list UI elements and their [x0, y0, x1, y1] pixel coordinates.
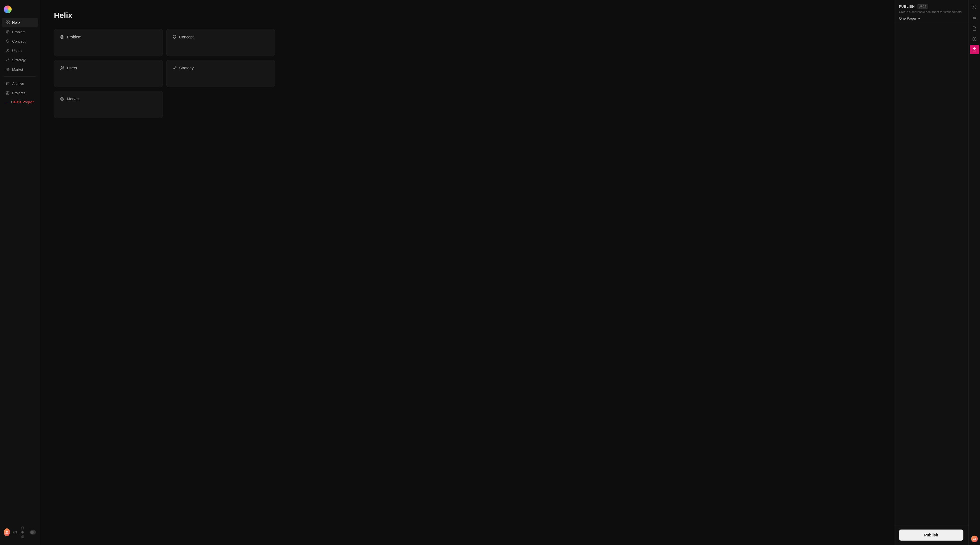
projects-nav-icon — [6, 91, 10, 95]
card-problem-header: Problem — [60, 35, 157, 40]
page-title: Helix — [54, 11, 880, 20]
publish-title: PUBLISH — [899, 5, 915, 9]
sidebar-item-problem-label: Problem — [12, 30, 25, 34]
sidebar-item-strategy-label: Strategy — [12, 58, 25, 62]
delete-icon — [6, 100, 9, 104]
transfer-icon-btn[interactable] — [970, 13, 979, 23]
sidebar: Helix Problem — [0, 0, 40, 545]
svg-rect-19 — [8, 92, 10, 92]
svg-rect-21 — [6, 94, 8, 95]
market-nav-icon — [6, 67, 10, 72]
sidebar-item-users-label: Users — [12, 49, 22, 53]
svg-point-25 — [62, 37, 63, 38]
svg-point-23 — [6, 531, 8, 532]
card-strategy[interactable]: Strategy — [166, 60, 275, 87]
svg-point-34 — [61, 97, 63, 101]
cards-grid: Problem Concept — [54, 29, 275, 118]
sidebar-nav: Helix Problem — [0, 18, 40, 523]
sidebar-item-concept-label: Concept — [12, 39, 25, 43]
sidebar-item-strategy[interactable]: Strategy — [2, 56, 38, 64]
sidebar-item-archive-label: Archive — [12, 81, 24, 86]
svg-rect-18 — [6, 92, 8, 93]
compass-icon-btn[interactable] — [970, 34, 979, 44]
svg-point-14 — [7, 68, 9, 71]
card-market-title: Market — [67, 97, 79, 101]
panel-footer: Publish — [894, 525, 968, 545]
svg-rect-16 — [6, 83, 10, 83]
panel-body — [894, 24, 968, 525]
card-concept-header: Concept — [172, 35, 269, 40]
concept-card-icon — [172, 35, 177, 40]
svg-rect-0 — [6, 21, 8, 22]
card-market[interactable]: Market — [54, 91, 163, 118]
card-problem-title: Problem — [67, 35, 81, 39]
svg-point-31 — [61, 67, 62, 68]
sidebar-item-helix[interactable]: Helix — [2, 18, 38, 27]
card-strategy-title: Strategy — [179, 66, 194, 70]
app-logo — [0, 3, 40, 18]
sidebar-item-projects[interactable]: Projects — [2, 89, 38, 97]
delete-project-button[interactable]: Delete Project — [2, 98, 38, 106]
svg-point-33 — [60, 98, 64, 100]
svg-point-32 — [63, 67, 64, 68]
svg-point-36 — [972, 37, 976, 41]
archive-nav-icon — [6, 81, 10, 86]
document-icon-btn[interactable] — [970, 24, 979, 33]
card-concept-title: Concept — [179, 35, 194, 39]
sidebar-item-archive[interactable]: Archive — [2, 79, 38, 88]
sidebar-item-helix-label: Helix — [12, 21, 20, 25]
sidebar-footer: EN | 日本語 — [0, 523, 40, 542]
publish-title-row: PUBLISH v0.0.1 — [899, 5, 963, 9]
lang-en[interactable]: EN — [13, 531, 17, 534]
strategy-card-icon — [172, 65, 177, 70]
template-label: One Pager — [899, 16, 916, 21]
svg-rect-20 — [8, 93, 10, 95]
delete-project-label: Delete Project — [11, 100, 34, 104]
svg-rect-1 — [8, 21, 10, 22]
concept-nav-icon — [6, 39, 10, 43]
svg-point-5 — [7, 31, 8, 32]
logo-circle — [4, 6, 12, 13]
user-avatar[interactable] — [4, 528, 10, 536]
right-section: PUBLISH v0.0.1 Create a shareable docume… — [894, 0, 980, 545]
svg-point-12 — [8, 49, 9, 50]
right-panel: PUBLISH v0.0.1 Create a shareable docume… — [894, 0, 968, 545]
svg-point-11 — [7, 49, 8, 51]
sidebar-item-users[interactable]: Users — [2, 46, 38, 55]
language-toggle: EN | 日本語 — [13, 526, 26, 539]
problem-nav-icon — [6, 30, 10, 34]
users-nav-icon — [6, 48, 10, 53]
sidebar-item-problem[interactable]: Problem — [2, 27, 38, 36]
lang-jp[interactable]: 日本語 — [21, 526, 26, 539]
sidebar-item-concept[interactable]: Concept — [2, 37, 38, 46]
expand-icon-btn[interactable] — [970, 3, 979, 12]
svg-point-35 — [62, 99, 63, 100]
share-icon-btn[interactable] — [970, 45, 979, 54]
version-badge: v0.0.1 — [917, 5, 928, 9]
market-card-icon — [60, 97, 65, 102]
card-problem[interactable]: Problem — [54, 29, 163, 56]
card-users[interactable]: Users — [54, 60, 163, 87]
template-selector[interactable]: One Pager — [899, 16, 963, 21]
theme-toggle[interactable] — [30, 530, 36, 534]
problem-card-icon — [60, 35, 65, 40]
publish-button[interactable]: Publish — [899, 529, 963, 540]
rail-user-avatar[interactable]: Ea — [971, 535, 978, 542]
chevron-down-icon — [918, 17, 921, 20]
card-users-header: Users — [60, 65, 157, 70]
sidebar-item-market[interactable]: Market — [2, 65, 38, 74]
svg-point-15 — [8, 69, 8, 70]
lang-separator: | — [19, 531, 19, 534]
svg-rect-2 — [6, 23, 8, 24]
sidebar-item-market-label: Market — [12, 67, 23, 72]
user-initials: Ea — [973, 537, 976, 540]
card-market-header: Market — [60, 97, 157, 102]
main-content: Helix Problem — [40, 0, 894, 545]
card-concept[interactable]: Concept — [166, 29, 275, 56]
users-card-icon — [60, 65, 65, 70]
card-users-title: Users — [67, 66, 77, 70]
rail-footer: Ea — [971, 535, 978, 542]
sidebar-item-projects-label: Projects — [12, 91, 25, 95]
strategy-nav-icon — [6, 58, 10, 62]
svg-rect-3 — [8, 23, 10, 24]
